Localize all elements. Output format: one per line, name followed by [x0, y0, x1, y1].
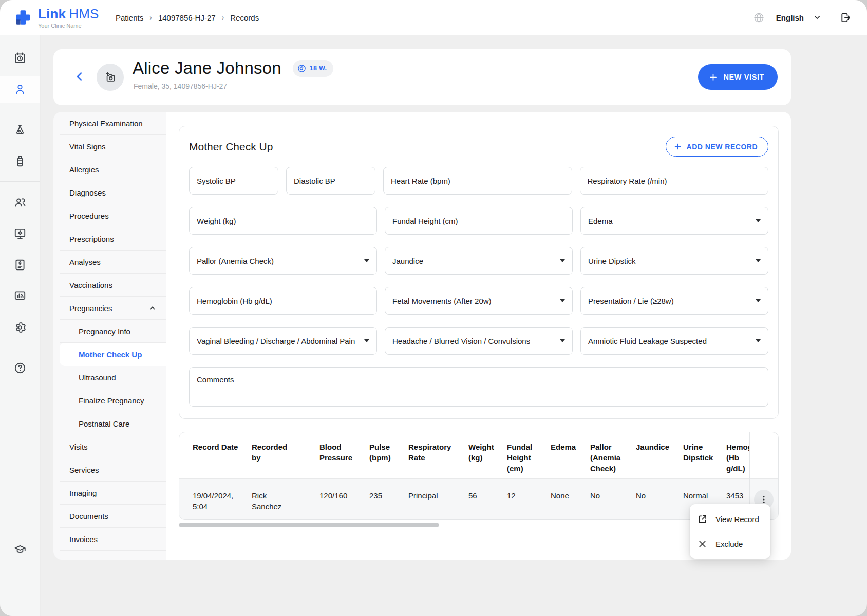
menu-item-documents[interactable]: Documents: [60, 505, 166, 528]
field-systolic-bp[interactable]: Systolic BP: [189, 167, 278, 195]
menu-item-label: Procedures: [69, 211, 109, 220]
back-button[interactable]: [70, 68, 87, 86]
menu-item-label: Mother Check Up: [79, 350, 142, 359]
chevron-down-icon[interactable]: [812, 12, 822, 23]
menu-item-label: Services: [69, 466, 99, 474]
sidebar-item-settings[interactable]: [8, 315, 32, 340]
menu-item-vital-signs[interactable]: Vital Signs: [60, 135, 166, 158]
horizontal-scrollbar-thumb[interactable]: [179, 523, 439, 527]
cell-jaundice: No: [636, 490, 670, 520]
menu-item-pregnancies[interactable]: Pregnancies: [60, 297, 166, 320]
field-edema[interactable]: Edema: [580, 207, 768, 235]
sidebar-item-appointments[interactable]: [8, 46, 32, 70]
menu-item-procedures[interactable]: Procedures: [60, 204, 166, 227]
breadcrumb-item-14097856-hj-27[interactable]: 14097856-HJ-27: [158, 13, 216, 22]
field-urine-dipstick[interactable]: Urine Dipstick: [580, 247, 768, 275]
menu-item-services[interactable]: Services: [60, 458, 166, 482]
menu-item-analyses[interactable]: Analyses: [60, 251, 166, 274]
pregnancy-week-badge: 18 W.: [293, 60, 333, 77]
field-presentation-lie-28w[interactable]: Presentation / Lie (≥28w): [580, 287, 768, 315]
form-row: Systolic BPDiastolic BPHeart Rate (bpm)R…: [189, 167, 768, 195]
field-heart-rate-bpm[interactable]: Heart Rate (bpm): [383, 167, 572, 195]
sidebar-item-reports[interactable]: [8, 284, 32, 309]
sidebar-item-education[interactable]: [8, 537, 32, 562]
field-amniotic-fluid-leakage-suspected[interactable]: Amniotic Fluid Leakage Suspected: [580, 327, 768, 355]
field-respiratory-rate-min[interactable]: Respiratory Rate (/min): [580, 167, 769, 195]
menu-item-physical-examination[interactable]: Physical Examination: [60, 112, 166, 135]
patient-avatar[interactable]: [97, 64, 124, 91]
field-label: Edema: [588, 217, 613, 225]
dropdown-caret-icon: [560, 339, 565, 342]
patient-name: Alice Jane Johnson: [133, 59, 281, 78]
column-header-edema: Edema: [551, 441, 579, 474]
cell-record-date: 19/04/2024, 5:04: [193, 490, 244, 520]
add-new-record-button[interactable]: ADD NEW RECORD: [666, 137, 768, 157]
sidebar-item-workstation[interactable]: [8, 221, 32, 246]
menu-item-mother-check-up[interactable]: Mother Check Up: [60, 343, 166, 366]
menu-item-allergies[interactable]: Allergies: [60, 158, 166, 181]
field-label: Comments: [197, 375, 234, 384]
cell-blood-pressure: 120/160: [319, 490, 355, 520]
cell-recorded-by: Rick Sanchez: [252, 490, 293, 520]
menu-item-postnatal-care[interactable]: Postnatal Care: [60, 412, 166, 435]
field-fetal-movements-after-20w[interactable]: Fetal Movements (After 20w): [385, 287, 573, 315]
field-fundal-height-cm[interactable]: Fundal Height (cm): [385, 207, 573, 235]
menu-item-label: Invoices: [69, 535, 98, 544]
new-visit-button[interactable]: NEW VISIT: [698, 64, 778, 90]
breadcrumb-item-patients[interactable]: Patients: [116, 13, 143, 22]
context-menu-item-exclude[interactable]: Exclude: [690, 531, 770, 556]
table-row[interactable]: 19/04/2024, 5:04Rick Sanchez120/160235Pr…: [179, 478, 778, 520]
sidebar-item-laboratory[interactable]: [8, 118, 32, 142]
column-header-weight-kg: Weight (kg): [468, 441, 495, 474]
dropdown-caret-icon: [756, 299, 761, 302]
menu-item-pregnancy-info[interactable]: Pregnancy Info: [60, 320, 166, 343]
field-label: Respiratory Rate (/min): [588, 177, 667, 185]
menu-item-prescriptions[interactable]: Prescriptions: [60, 227, 166, 251]
menu-item-label: Ultrasound: [79, 373, 116, 382]
column-header-fundal-height-cm: Fundal Height (cm): [507, 441, 534, 474]
menu-item-vaccinations[interactable]: Vaccinations: [60, 274, 166, 297]
menu-item-ultrasound[interactable]: Ultrasound: [60, 366, 166, 389]
menu-item-finalize-pregnancy[interactable]: Finalize Pregnancy: [60, 389, 166, 412]
sidebar-item-patients[interactable]: [8, 77, 32, 102]
field-pallor-anemia-check[interactable]: Pallor (Anemia Check): [189, 247, 377, 275]
field-hemoglobin-hb-g-dl[interactable]: Hemoglobin (Hb g/dL): [189, 287, 377, 315]
table-header-row: Record DateRecorded byBlood PressurePuls…: [179, 432, 778, 478]
sidebar-item-staff[interactable]: [8, 190, 32, 215]
language-selector[interactable]: English: [776, 13, 804, 22]
menu-item-visits[interactable]: Visits: [60, 435, 166, 458]
pregnancy-week-label: 18 W.: [310, 65, 327, 72]
breadcrumb-item-records[interactable]: Records: [230, 13, 259, 22]
calendar-clock-icon: [13, 51, 27, 65]
field-vaginal-bleeding-discharge-abdominal-pain[interactable]: Vaginal Bleeding / Discharge / Abdominal…: [189, 327, 377, 355]
sidebar-item-pharmacy[interactable]: [8, 149, 32, 174]
field-jaundice[interactable]: Jaundice: [385, 247, 573, 275]
menu-item-label: Analyses: [69, 258, 101, 266]
menu-item-label: Visits: [69, 442, 88, 451]
logout-button[interactable]: [838, 10, 854, 26]
brand-text: LinkHMS Your Clinic Name: [38, 6, 99, 29]
graduation-cap-icon: [13, 543, 27, 556]
field-diastolic-bp[interactable]: Diastolic BP: [286, 167, 375, 195]
dropdown-caret-icon: [756, 259, 761, 262]
menu-item-invoices[interactable]: Invoices: [60, 528, 166, 551]
sidebar-item-billing[interactable]: [8, 253, 32, 277]
lab-flask-icon: [13, 123, 27, 137]
field-headache-blurred-vision-convulsions[interactable]: Headache / Blurred Vision / Convulsions: [385, 327, 573, 355]
menu-item-label: Prescriptions: [69, 235, 114, 243]
menu-item-diagnoses[interactable]: Diagnoses: [60, 181, 166, 204]
sidebar-item-help[interactable]: [8, 356, 32, 380]
row-context-menu: View RecordExclude: [690, 504, 770, 559]
help-circle-icon: [13, 361, 27, 375]
context-menu-item-view-record[interactable]: View Record: [690, 507, 770, 531]
field-weight-kg[interactable]: Weight (kg): [189, 207, 377, 235]
field-comments[interactable]: Comments: [189, 367, 768, 407]
field-label: Amniotic Fluid Leakage Suspected: [588, 337, 707, 345]
menu-item-label: Pregnancy Info: [79, 327, 130, 336]
brand-primary: Link: [38, 6, 66, 22]
record-body-panel: Physical ExaminationVital SignsAllergies…: [53, 112, 791, 560]
column-header-blood-pressure: Blood Pressure: [319, 441, 355, 474]
cell-pallor-anemia-check: No: [590, 490, 622, 520]
dropdown-caret-icon: [560, 299, 565, 302]
menu-item-imaging[interactable]: Imaging: [60, 482, 166, 505]
